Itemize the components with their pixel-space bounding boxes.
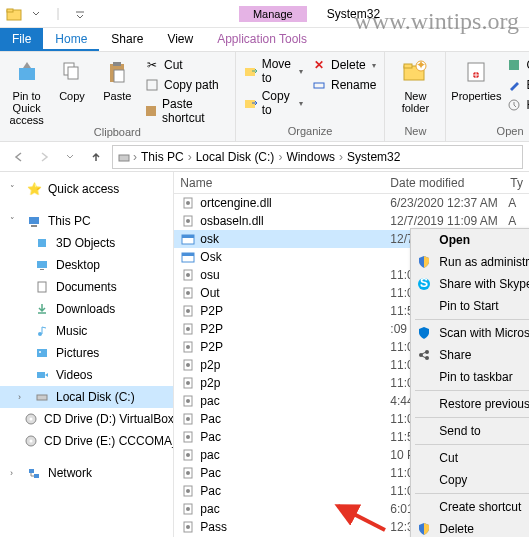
qat-overflow-icon[interactable] xyxy=(70,4,90,24)
moveto-icon xyxy=(244,63,258,79)
file-icon xyxy=(180,411,196,427)
col-name[interactable]: Name xyxy=(174,176,384,190)
svg-rect-23 xyxy=(119,155,129,161)
nav-item[interactable]: Desktop xyxy=(0,254,173,276)
open-button[interactable]: Open▾ xyxy=(504,56,529,74)
nav-item[interactable]: CD Drive (D:) VirtualBox Guest A xyxy=(0,408,173,430)
delete-button[interactable]: ✕Delete▾ xyxy=(309,56,378,74)
cut-button[interactable]: ✂Cut xyxy=(142,56,229,74)
cm-delete[interactable]: Delete xyxy=(411,518,529,537)
forward-button[interactable] xyxy=(32,145,56,169)
nav-item[interactable]: 3D Objects xyxy=(0,232,173,254)
rename-button[interactable]: Rename xyxy=(309,76,378,94)
svg-point-55 xyxy=(186,309,190,313)
col-date[interactable]: Date modified xyxy=(384,176,504,190)
nav-item[interactable]: Pictures xyxy=(0,342,173,364)
cm-pin-taskbar[interactable]: Pin to taskbar xyxy=(411,366,529,388)
nav-item[interactable]: Videos xyxy=(0,364,173,386)
svg-point-61 xyxy=(186,363,190,367)
svg-point-79 xyxy=(186,525,190,529)
svg-point-77 xyxy=(186,507,190,511)
cm-create-shortcut[interactable]: Create shortcut xyxy=(411,496,529,518)
paste-icon xyxy=(101,56,133,88)
col-type[interactable]: Ty xyxy=(504,176,529,190)
open-label: Open xyxy=(452,125,529,137)
nav-quick-access[interactable]: ˅⭐Quick access xyxy=(0,178,173,200)
nav-item[interactable]: ›Local Disk (C:) xyxy=(0,386,173,408)
cm-restore[interactable]: Restore previous versions xyxy=(411,393,529,415)
svg-point-59 xyxy=(186,345,190,349)
tab-view[interactable]: View xyxy=(155,28,205,51)
shield-icon xyxy=(415,253,433,271)
cut-icon: ✂ xyxy=(144,57,160,73)
cm-copy[interactable]: Copy xyxy=(411,469,529,491)
star-icon: ⭐ xyxy=(26,181,42,197)
cm-share[interactable]: Share xyxy=(411,344,529,366)
ribbon-new-group: ✦ New folder New xyxy=(385,52,446,141)
svg-rect-1 xyxy=(7,9,13,12)
breadcrumb-bar[interactable]: › This PC› Local Disk (C:)› Windows› Sys… xyxy=(112,145,523,169)
nav-item[interactable]: Downloads xyxy=(0,298,173,320)
nav-item[interactable]: Documents xyxy=(0,276,173,298)
copy-path-button[interactable]: Copy path xyxy=(142,76,229,94)
svg-point-53 xyxy=(186,291,190,295)
cm-run-admin[interactable]: Run as administrator xyxy=(411,251,529,273)
file-icon xyxy=(180,447,196,463)
nav-item[interactable]: Music xyxy=(0,320,173,342)
paste-button[interactable]: Paste xyxy=(97,56,138,102)
svg-point-75 xyxy=(186,489,190,493)
crumb[interactable]: Local Disk (C:) xyxy=(194,150,277,164)
crumb[interactable]: System32 xyxy=(345,150,402,164)
share-icon xyxy=(415,346,433,364)
open-icon xyxy=(506,57,522,73)
recent-dropdown[interactable] xyxy=(58,145,82,169)
back-button[interactable] xyxy=(6,145,30,169)
column-headers[interactable]: Name Date modified Ty xyxy=(174,172,529,194)
file-icon xyxy=(180,285,196,301)
move-to-button[interactable]: Move to▾ xyxy=(242,56,305,86)
delete-icon: ✕ xyxy=(311,57,327,73)
svg-point-43 xyxy=(186,201,190,205)
up-button[interactable] xyxy=(84,145,108,169)
cm-open[interactable]: Open xyxy=(411,229,529,251)
tab-file[interactable]: File xyxy=(0,28,43,51)
paste-shortcut-button[interactable]: Paste shortcut xyxy=(142,96,229,126)
properties-button[interactable]: Properties xyxy=(452,56,500,102)
svg-point-57 xyxy=(186,327,190,331)
nav-item-icon xyxy=(34,367,50,383)
cm-send-to[interactable]: Send to▶ xyxy=(411,420,529,442)
file-icon xyxy=(180,393,196,409)
nav-item[interactable]: CD Drive (E:) CCCOMA_X64FRE_ xyxy=(0,430,173,452)
qat-dropdown-icon[interactable] xyxy=(26,4,46,24)
file-row[interactable]: ortcengine.dll6/23/2020 12:37 AMA xyxy=(174,194,529,212)
svg-point-51 xyxy=(186,273,190,277)
crumb[interactable]: This PC xyxy=(139,150,186,164)
svg-point-69 xyxy=(186,435,190,439)
cm-skype[interactable]: SShare with Skype xyxy=(411,273,529,295)
navigation-pane: ˅⭐Quick access ˅This PC 3D ObjectsDeskto… xyxy=(0,172,174,537)
tab-home[interactable]: Home xyxy=(43,28,99,51)
cm-pin-start[interactable]: Pin to Start xyxy=(411,295,529,317)
history-button[interactable]: History xyxy=(504,96,529,114)
ribbon: Pin to Quick access Copy Paste ✂Cut Copy… xyxy=(0,52,529,142)
network-icon xyxy=(26,465,42,481)
edit-button[interactable]: Edit xyxy=(504,76,529,94)
cm-defender[interactable]: Scan with Microsoft Defender... xyxy=(411,322,529,344)
nav-this-pc[interactable]: ˅This PC xyxy=(0,210,173,232)
pin-quick-access-button[interactable]: Pin to Quick access xyxy=(6,56,47,126)
copyto-icon xyxy=(244,95,258,111)
nav-network[interactable]: ›Network xyxy=(0,462,173,484)
svg-rect-32 xyxy=(37,349,47,357)
cm-cut[interactable]: Cut xyxy=(411,447,529,469)
tab-application-tools[interactable]: Application Tools xyxy=(205,28,319,51)
file-icon xyxy=(180,483,196,499)
svg-rect-10 xyxy=(147,80,157,90)
copy-button[interactable]: Copy xyxy=(51,56,92,102)
quick-access-toolbar xyxy=(0,4,90,24)
new-folder-button[interactable]: ✦ New folder xyxy=(391,56,439,114)
svg-rect-9 xyxy=(114,70,124,82)
crumb[interactable]: Windows xyxy=(284,150,337,164)
manage-tab[interactable]: Manage xyxy=(239,6,307,22)
copy-to-button[interactable]: Copy to▾ xyxy=(242,88,305,118)
tab-share[interactable]: Share xyxy=(99,28,155,51)
